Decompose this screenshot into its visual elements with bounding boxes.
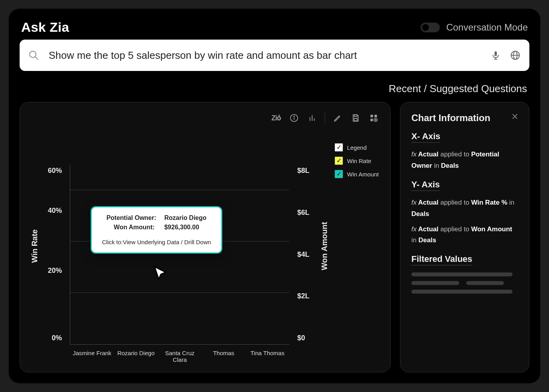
conversation-mode-toggle[interactable] — [420, 22, 440, 33]
tooltip-amount-val: $926,300.00 — [164, 224, 199, 231]
search-input[interactable] — [48, 49, 482, 62]
legend-item-label: Win Rate — [347, 158, 371, 164]
x-axis-label: Tina Thomas — [245, 350, 289, 363]
x-axis-label: Rozario Diego — [114, 350, 158, 363]
in-text: in — [507, 199, 514, 206]
filtered-values-heading: Filtered Values — [411, 254, 472, 265]
fn-name: Actual — [418, 199, 438, 206]
svg-rect-14 — [354, 115, 357, 117]
chart-info-title: Chart Information — [411, 113, 518, 123]
tooltip-hint: Click to:View Underlying Data / Drill Do… — [100, 239, 213, 245]
y-left-axis-label: Win Rate — [29, 229, 41, 263]
x-table: Deals — [441, 162, 459, 169]
legend-item-win-rate[interactable]: ✓ Win Rate — [334, 156, 382, 165]
skeleton-line — [466, 281, 504, 285]
fx-icon: fx — [411, 225, 416, 233]
save-icon[interactable] — [350, 113, 361, 123]
y-left-tick: 40% — [48, 207, 62, 215]
app-title: Ask Zia — [21, 20, 69, 35]
y-left-tick: 20% — [48, 267, 62, 275]
chart-information-panel: Chart Information X- Axis fxActual appli… — [400, 102, 529, 372]
tooltip-amount-key: Won Amount: — [114, 224, 155, 231]
fx-icon: fx — [411, 151, 416, 158]
y-left-tick: 60% — [48, 167, 62, 175]
skeleton-line — [411, 281, 459, 285]
y-right-axis-label: Won Amount — [318, 222, 331, 270]
applied-to-text: applied to — [438, 151, 471, 158]
toolbar-separator — [325, 113, 325, 123]
y-right-tick: $8L — [297, 167, 309, 175]
info-icon[interactable] — [289, 113, 300, 123]
y-right-tick: $2L — [297, 292, 309, 300]
tooltip-owner-key: Potential Owner: — [106, 214, 156, 221]
y-right-tick: $0 — [297, 334, 305, 342]
y-right-tick: $4L — [297, 250, 309, 259]
x-axis-label: Jasmine Frank — [70, 350, 114, 363]
fn-name: Actual — [418, 151, 438, 158]
in-text: in — [432, 162, 441, 169]
legend-item-win-amount[interactable]: ✓ Win Amount — [334, 170, 382, 178]
y2-field: Won Amount — [471, 225, 512, 233]
x-axis-label: Santa Cruz Clara — [158, 350, 202, 363]
section-heading: Recent / Suggested Questions — [22, 83, 527, 95]
svg-rect-16 — [371, 115, 373, 117]
microphone-icon[interactable] — [490, 50, 501, 61]
applied-to-text: applied to — [438, 225, 471, 233]
legend-item-label: Win Amount — [347, 171, 379, 178]
svg-rect-18 — [371, 119, 373, 121]
svg-point-10 — [294, 116, 294, 117]
svg-rect-15 — [354, 118, 357, 121]
close-icon[interactable] — [509, 111, 520, 122]
x-axis-section: X- Axis fxActual applied to Potential Ow… — [411, 131, 518, 172]
skeleton-line — [411, 290, 513, 294]
filtered-values-section: Filtered Values — [411, 254, 518, 294]
chart-tooltip[interactable]: Potential Owner: Rozario Diego Won Amoun… — [92, 207, 221, 252]
svg-rect-2 — [494, 51, 497, 56]
svg-line-1 — [35, 57, 38, 59]
in-text: in — [411, 236, 418, 244]
fx-icon: fx — [411, 199, 416, 206]
legend-header[interactable]: ✓ Legend — [334, 143, 382, 152]
zia-icon[interactable]: Ziỏ — [271, 113, 282, 123]
globe-icon[interactable] — [510, 50, 521, 61]
y-left-tick: 0% — [52, 334, 62, 342]
x-axis-label: Thomas — [202, 350, 245, 363]
y1-table: Deals — [411, 210, 429, 218]
chart-plot-area[interactable]: Potential Owner: Rozario Diego Won Amoun… — [70, 164, 289, 345]
chart-card: Ziỏ — [20, 102, 391, 372]
dashboard-add-icon[interactable] — [368, 113, 379, 123]
search-bar[interactable] — [20, 40, 529, 71]
y-axis-heading: Y- Axis — [411, 180, 440, 191]
svg-rect-17 — [374, 115, 377, 117]
y-axis-section: Y- Axis fxActual applied to Win Rate % i… — [411, 180, 518, 247]
y2-table: Deals — [418, 236, 436, 244]
search-icon — [28, 50, 39, 61]
edit-icon[interactable] — [332, 113, 343, 123]
bar-chart-icon[interactable] — [307, 113, 318, 123]
tooltip-owner-val: Rozario Diego — [164, 214, 207, 221]
conversation-mode-label: Conversation Mode — [446, 22, 528, 33]
legend-header-label: Legend — [347, 144, 367, 151]
chart-legend: ✓ Legend ✓ Win Rate ✓ Win Amount — [334, 127, 382, 365]
skeleton-line — [411, 272, 513, 276]
y1-field: Win Rate % — [471, 199, 507, 206]
chart-toolbar: Ziỏ — [29, 111, 382, 127]
fn-name: Actual — [418, 225, 438, 233]
ask-zia-window: Ask Zia Conversation Mode — [9, 9, 540, 383]
x-axis-heading: X- Axis — [411, 131, 440, 143]
y-right-tick: $6L — [297, 209, 309, 217]
applied-to-text: applied to — [438, 199, 471, 206]
